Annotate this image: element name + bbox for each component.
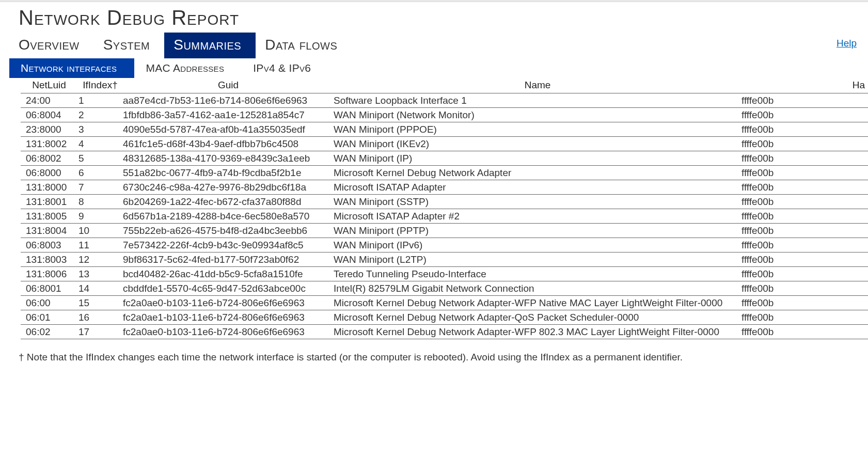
help-link[interactable]: Help — [837, 38, 857, 49]
cell-guid: 6d567b1a-2189-4288-b4ce-6ec580e8a570 — [123, 209, 334, 224]
cell-name: WAN Miniport (PPPOE) — [334, 122, 741, 137]
cell-netluid: 06:8001 — [21, 281, 77, 296]
cell-ha: ffffe00b — [741, 310, 868, 325]
cell-netluid: 131:8003 — [21, 252, 77, 267]
table-row[interactable]: 131:800596d567b1a-2189-4288-b4ce-6ec580e… — [21, 209, 868, 224]
cell-ha: ffffe00b — [741, 209, 868, 224]
tabs-secondary: Network interfaces MAC Addresses IPv4 & … — [0, 58, 868, 78]
cell-ifindex: 16 — [77, 310, 123, 325]
cell-netluid: 06:8002 — [21, 151, 77, 166]
cell-ifindex: 2 — [77, 108, 123, 122]
cell-netluid: 23:8000 — [21, 122, 77, 137]
cell-ifindex: 10 — [77, 224, 123, 238]
cell-name: Software Loopback Interface 1 — [334, 93, 741, 108]
table-row[interactable]: 131:800410755b22eb-a626-4575-b4f8-d2a4bc… — [21, 224, 868, 238]
table-row[interactable]: 23:800034090e55d-5787-47ea-af0b-41a35503… — [21, 122, 868, 137]
subtab-network-interfaces[interactable]: Network interfaces — [9, 58, 134, 78]
cell-netluid: 131:8004 — [21, 224, 77, 238]
table-row[interactable]: 131:800613bcd40482-26ac-41dd-b5c9-5cfa8a… — [21, 267, 868, 281]
footnote: † Note that the IfIndex changes each tim… — [0, 339, 868, 363]
cell-guid: fc2a0ae0-b103-11e6-b724-806e6f6e6963 — [123, 325, 334, 339]
cell-guid: 4090e55d-5787-47ea-af0b-41a355035edf — [123, 122, 334, 137]
cell-name: Microsoft ISATAP Adapter — [334, 180, 741, 195]
cell-ifindex: 5 — [77, 151, 123, 166]
cell-name: WAN Miniport (IPv6) — [334, 238, 741, 252]
cell-ha: ffffe00b — [741, 166, 868, 180]
col-name[interactable]: Name — [334, 78, 741, 93]
cell-ifindex: 4 — [77, 137, 123, 151]
table-row[interactable]: 06:0116fc2a0ae1-b103-11e6-b724-806e6f6e6… — [21, 310, 868, 325]
subtab-mac-addresses[interactable]: MAC Addresses — [134, 58, 242, 78]
table-row[interactable]: 131:80024461fc1e5-d68f-43b4-9aef-dfbb7b6… — [21, 137, 868, 151]
cell-ifindex: 13 — [77, 267, 123, 281]
cell-guid: aa87e4cd-7b53-11e6-b714-806e6f6e6963 — [123, 93, 334, 108]
cell-ha: ffffe00b — [741, 267, 868, 281]
tab-summaries[interactable]: Summaries — [164, 33, 256, 58]
table-header-row: NetLuid IfIndex† Guid Name Ha — [21, 78, 868, 93]
table-row[interactable]: 06:0217fc2a0ae0-b103-11e6-b724-806e6f6e6… — [21, 325, 868, 339]
cell-guid: fc2a0ae1-b103-11e6-b724-806e6f6e6963 — [123, 310, 334, 325]
cell-netluid: 24:00 — [21, 93, 77, 108]
cell-ha: ffffe00b — [741, 325, 868, 339]
cell-guid: bcd40482-26ac-41dd-b5c9-5cfa8a1510fe — [123, 267, 334, 281]
cell-name: WAN Miniport (L2TP) — [334, 252, 741, 267]
cell-ha: ffffe00b — [741, 108, 868, 122]
table-row[interactable]: 06:0015fc2a0ae0-b103-11e6-b724-806e6f6e6… — [21, 296, 868, 310]
cell-ifindex: 7 — [77, 180, 123, 195]
cell-name: WAN Miniport (PPTP) — [334, 224, 741, 238]
cell-ha: ffffe00b — [741, 224, 868, 238]
tab-dataflows[interactable]: Data flows — [256, 33, 352, 58]
cell-ha: ffffe00b — [741, 122, 868, 137]
cell-ha: ffffe00b — [741, 296, 868, 310]
col-netluid[interactable]: NetLuid — [21, 78, 77, 93]
cell-ha: ffffe00b — [741, 93, 868, 108]
tab-overview[interactable]: Overview — [9, 33, 94, 58]
cell-guid: 755b22eb-a626-4575-b4f8-d2a4bc3eebb6 — [123, 224, 334, 238]
cell-netluid: 06:02 — [21, 325, 77, 339]
cell-guid: 7e573422-226f-4cb9-b43c-9e09934af8c5 — [123, 238, 334, 252]
cell-name: Microsoft Kernel Debug Network Adapter-Q… — [334, 310, 741, 325]
table-row[interactable]: 131:8003129bf86317-5c62-4fed-b177-50f723… — [21, 252, 868, 267]
cell-ifindex: 14 — [77, 281, 123, 296]
cell-ha: ffffe00b — [741, 195, 868, 209]
cell-netluid: 06:00 — [21, 296, 77, 310]
network-interfaces-table: NetLuid IfIndex† Guid Name Ha 24:001aa87… — [21, 78, 868, 339]
cell-ifindex: 3 — [77, 122, 123, 137]
cell-netluid: 131:8001 — [21, 195, 77, 209]
table-row[interactable]: 06:8002548312685-138a-4170-9369-e8439c3a… — [21, 151, 868, 166]
table-row[interactable]: 06:800114cbddfde1-5570-4c65-9d47-52d63ab… — [21, 281, 868, 296]
cell-name: Microsoft Kernel Debug Network Adapter-W… — [334, 325, 741, 339]
cell-netluid: 06:8004 — [21, 108, 77, 122]
cell-name: WAN Miniport (IP) — [334, 151, 741, 166]
cell-ifindex: 11 — [77, 238, 123, 252]
table-row[interactable]: 06:80006551a82bc-0677-4fb9-a74b-f9cdba5f… — [21, 166, 868, 180]
col-ha[interactable]: Ha — [741, 78, 868, 93]
cell-name: WAN Miniport (SSTP) — [334, 195, 741, 209]
col-ifindex[interactable]: IfIndex† — [77, 78, 123, 93]
cell-name: WAN Miniport (IKEv2) — [334, 137, 741, 151]
subtab-ipv4-ipv6[interactable]: IPv4 & IPv6 — [242, 58, 328, 78]
cell-guid: 6b204269-1a22-4fec-b672-cfa37a80f88d — [123, 195, 334, 209]
tab-system[interactable]: System — [94, 33, 165, 58]
table-row[interactable]: 06:8003117e573422-226f-4cb9-b43c-9e09934… — [21, 238, 868, 252]
col-guid[interactable]: Guid — [123, 78, 334, 93]
table-body: 24:001aa87e4cd-7b53-11e6-b714-806e6f6e69… — [21, 93, 868, 339]
cell-name: Microsoft ISATAP Adapter #2 — [334, 209, 741, 224]
cell-ha: ffffe00b — [741, 238, 868, 252]
cell-name: Intel(R) 82579LM Gigabit Network Connect… — [334, 281, 741, 296]
cell-guid: 1fbfdb86-3a57-4162-aa1e-125281a854c7 — [123, 108, 334, 122]
cell-netluid: 131:8002 — [21, 137, 77, 151]
cell-ha: ffffe00b — [741, 180, 868, 195]
cell-guid: 551a82bc-0677-4fb9-a74b-f9cdba5f2b1e — [123, 166, 334, 180]
table-row[interactable]: 06:800421fbfdb86-3a57-4162-aa1e-125281a8… — [21, 108, 868, 122]
cell-ifindex: 15 — [77, 296, 123, 310]
cell-ha: ffffe00b — [741, 281, 868, 296]
cell-ifindex: 1 — [77, 93, 123, 108]
cell-guid: cbddfde1-5570-4c65-9d47-52d63abce00c — [123, 281, 334, 296]
table-row[interactable]: 131:800076730c246-c98a-427e-9976-8b29dbc… — [21, 180, 868, 195]
cell-guid: 6730c246-c98a-427e-9976-8b29dbc6f18a — [123, 180, 334, 195]
cell-ha: ffffe00b — [741, 252, 868, 267]
table-row[interactable]: 131:800186b204269-1a22-4fec-b672-cfa37a8… — [21, 195, 868, 209]
table-row[interactable]: 24:001aa87e4cd-7b53-11e6-b714-806e6f6e69… — [21, 93, 868, 108]
cell-ifindex: 12 — [77, 252, 123, 267]
